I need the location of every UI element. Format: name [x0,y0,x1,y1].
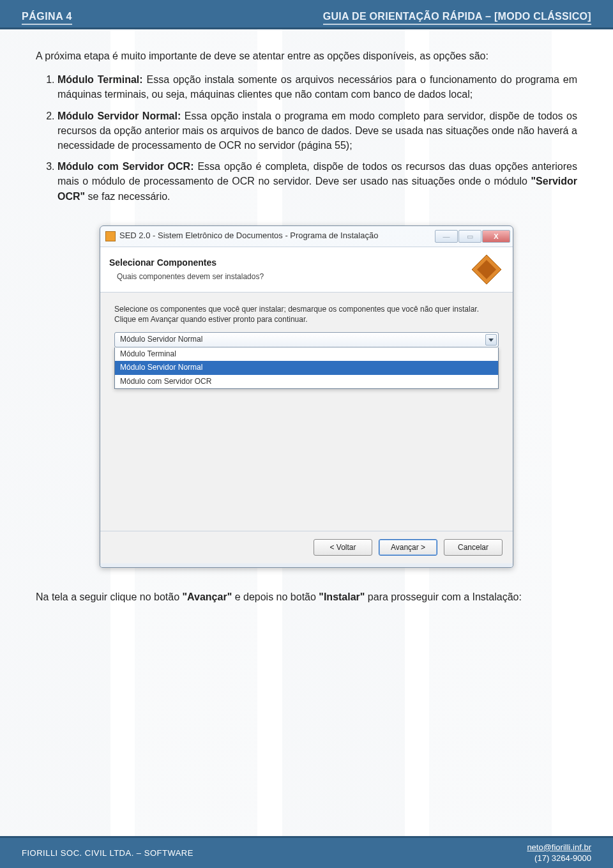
installer-content: Selecione os componentes que você quer i… [100,293,513,531]
installer-footer: < Voltar Avançar > Cancelar [100,531,513,563]
page-number: PÁGINA 4 [22,11,72,25]
installer-blank-area [114,389,499,523]
module-title: Módulo Servidor Normal: [57,110,181,121]
installer-step-subtitle: Quais componentes devem ser instalados? [109,271,264,282]
window-title-text: SED 2.0 - Sistem Eletrônico de Documento… [119,230,378,242]
module-title: Módulo com Servidor OCR: [57,161,193,172]
document-body: A próxima etapa é muito importante de de… [0,29,613,604]
module-list: Módulo Terminal: Essa opção instala some… [36,72,577,204]
window-titlebar: SED 2.0 - Sistem Eletrônico de Documento… [100,226,513,247]
list-item: Módulo Terminal: Essa opção instala some… [57,72,577,102]
module-title: Módulo Terminal: [57,74,143,85]
maximize-button[interactable]: ▭ [458,230,481,243]
close-button[interactable]: X [482,230,510,243]
next-button[interactable]: Avançar > [379,539,437,556]
installer-logo-icon [469,252,504,287]
list-item: Módulo com Servidor OCR: Essa opção é co… [57,159,577,204]
component-select-value: Módulo Servidor Normal [120,334,202,345]
select-option[interactable]: Módulo com Servidor OCR [115,375,498,388]
footer-company: FIORILLI SOC. CIVIL LTDA. – SOFTWARE [22,848,193,858]
page-header: PÁGINA 4 GUIA DE ORIENTAÇÃO RÁPIDA – [MO… [0,0,613,29]
text-span: Na tela a seguir clique no botão [36,591,182,602]
footer-phone: (17) 3264-9000 [527,853,591,864]
back-button[interactable]: < Voltar [314,539,372,556]
doc-title: GUIA DE ORIENTAÇÃO RÁPIDA – [MODO CLÁSSI… [323,11,591,25]
installer-window: SED 2.0 - Sistem Eletrônico de Documento… [100,225,513,568]
intro-paragraph: A próxima etapa é muito importante de de… [36,49,577,63]
select-option[interactable]: Módulo Servidor Normal [115,361,498,374]
component-select-field[interactable]: Módulo Servidor Normal [114,332,499,347]
cancel-button[interactable]: Cancelar [444,539,503,556]
installer-instruction: Selecione os componentes que você quer i… [114,304,499,324]
app-icon [105,231,116,241]
text-strong: "Instalar" [319,591,365,602]
after-figure-text: Na tela a seguir clique no botão "Avança… [36,590,577,604]
select-option[interactable]: Módulo Terminal [115,347,498,361]
installer-step-title: Selecionar Componentes [109,256,264,269]
module-text: se faz necessário. [85,191,170,202]
installer-screenshot: SED 2.0 - Sistem Eletrônico de Documento… [100,225,513,568]
component-select[interactable]: Módulo Servidor Normal [114,332,499,347]
chevron-down-icon[interactable] [485,334,497,346]
text-strong: "Avançar" [182,591,232,602]
text-span: para prosseguir com a Instalação: [365,591,521,602]
page-footer: FIORILLI SOC. CIVIL LTDA. – SOFTWARE net… [0,836,613,868]
footer-contact: neto@fiorilli.inf.br (17) 3264-9000 [527,842,591,864]
footer-email: neto@fiorilli.inf.br [527,842,591,853]
installer-header-band: Selecionar Componentes Quais componentes… [100,247,513,293]
minimize-button[interactable]: — [435,230,458,243]
text-span: e depois no botão [232,591,319,602]
component-select-dropdown[interactable]: Módulo Terminal Módulo Servidor Normal M… [114,347,499,389]
list-item: Módulo Servidor Normal: Essa opção insta… [57,109,577,153]
